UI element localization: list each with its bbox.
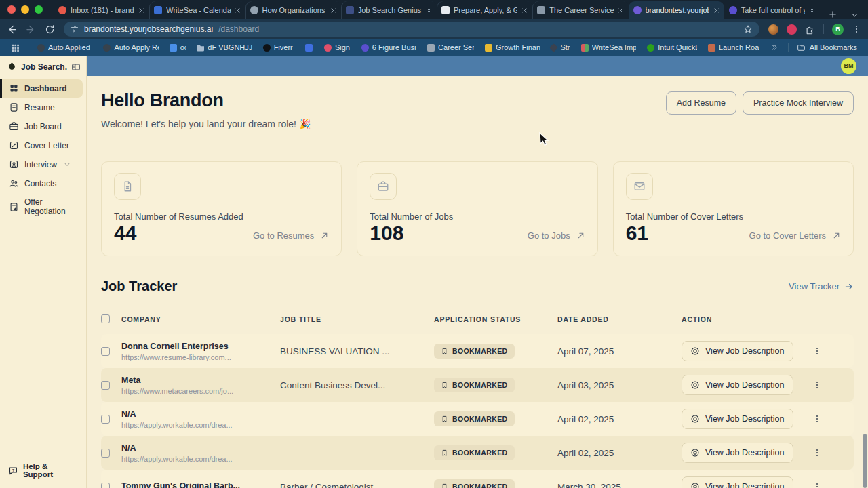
bookmark-item[interactable] xyxy=(300,43,318,53)
sidebar-item[interactable]: Dashboard xyxy=(0,79,83,98)
bookmark-item[interactable]: Sign up xyxy=(319,42,355,53)
tab-close-icon[interactable] xyxy=(618,7,624,14)
bookmark-item[interactable]: Career Services xyxy=(422,42,479,53)
stat-card-link[interactable]: Go to Jobs xyxy=(528,230,585,243)
status-label: BOOKMARKED xyxy=(452,483,508,488)
sidebar-item[interactable]: Interview xyxy=(0,155,83,174)
bookmark-label: Stroll xyxy=(560,43,570,52)
bookmark-item[interactable]: dF VBGNHJJ kInP... xyxy=(192,42,256,53)
status-badge: BOOKMARKED xyxy=(434,378,515,392)
all-bookmarks-button[interactable]: All Bookmarks xyxy=(793,42,861,54)
add-resume-button[interactable]: Add Resume xyxy=(666,92,736,115)
view-job-description-button[interactable]: View Job Description xyxy=(682,476,793,488)
company-url: https://www.resume-library.com... xyxy=(121,353,280,361)
bookmark-item[interactable]: 6 Figure Business... xyxy=(357,42,421,53)
close-window-button[interactable] xyxy=(7,5,16,14)
site-settings-icon[interactable] xyxy=(71,25,79,33)
row-checkbox[interactable] xyxy=(101,347,110,356)
tab-close-icon[interactable] xyxy=(426,7,432,14)
row-checkbox[interactable] xyxy=(101,381,110,390)
url-host: brandontest.yourjobsearchgenius.ai xyxy=(84,24,213,34)
column-header-action: ACTION xyxy=(682,315,854,323)
dashboard-content: Hello Brandon Welcome! Let's help you la… xyxy=(87,76,868,488)
sidebar-item[interactable]: Contacts xyxy=(0,174,83,192)
stat-card-link[interactable]: Go to Resumes xyxy=(253,230,329,243)
select-all-checkbox[interactable] xyxy=(101,314,110,323)
bookmark-favicon xyxy=(103,44,111,52)
bookmark-item[interactable]: WriteSea Impleme... xyxy=(576,42,641,53)
browser-tab[interactable]: WriteSea - Calendar - W xyxy=(149,1,245,19)
view-job-description-button[interactable]: View Job Description xyxy=(682,443,793,463)
new-tab-button[interactable] xyxy=(820,9,846,19)
browser-tab[interactable]: The Career Services Suit xyxy=(532,1,628,19)
tab-close-icon[interactable] xyxy=(330,7,336,14)
view-job-description-button[interactable]: View Job Description xyxy=(682,409,793,429)
bookmark-item[interactable]: Intuit QuickBooks xyxy=(642,42,702,53)
row-checkbox[interactable] xyxy=(101,415,110,424)
company-name: Meta xyxy=(121,375,280,385)
view-job-description-button[interactable]: View Job Description xyxy=(682,341,793,361)
bookmarks-overflow-icon[interactable] xyxy=(765,43,784,52)
user-avatar[interactable]: BM xyxy=(841,58,856,74)
bookmark-star-icon[interactable] xyxy=(743,24,753,34)
tab-close-icon[interactable] xyxy=(809,7,815,14)
toolbar-right: B xyxy=(768,24,861,35)
bookmark-item[interactable]: ocu xyxy=(165,42,191,53)
tab-close-icon[interactable] xyxy=(713,7,719,14)
row-checkbox[interactable] xyxy=(101,483,110,488)
address-bar[interactable]: brandontest.yourjobsearchgenius.ai /dash… xyxy=(64,22,760,37)
help-support-button[interactable]: Help & Support xyxy=(0,454,86,488)
browser-toolbar: brandontest.yourjobsearchgenius.ai /dash… xyxy=(0,19,868,39)
browser-tab[interactable]: brandontest.yourjobsear xyxy=(629,1,724,19)
row-menu-icon[interactable] xyxy=(812,448,822,458)
browser-profile-avatar[interactable]: B xyxy=(832,24,844,35)
apps-grid-icon[interactable] xyxy=(7,43,24,52)
sidebar-collapse-icon[interactable] xyxy=(71,62,81,72)
tab-close-icon[interactable] xyxy=(138,7,144,14)
practice-mock-interview-button[interactable]: Practice Mock Interview xyxy=(743,92,854,115)
bookmark-item[interactable]: Launch Roadmap xyxy=(703,42,764,53)
status-cell: BOOKMARKED xyxy=(434,411,557,426)
bookmark-favicon xyxy=(361,44,369,52)
browser-tab[interactable]: How Organizations Are U xyxy=(245,1,341,19)
bookmark-item[interactable]: Growth Financing |... xyxy=(480,42,545,53)
bookmark-item[interactable]: Fiverr Pro xyxy=(258,42,300,53)
stat-card-link[interactable]: Go to Cover Letters xyxy=(749,230,841,243)
reload-button[interactable] xyxy=(45,24,55,35)
row-checkbox[interactable] xyxy=(101,449,110,458)
bookmark-item[interactable]: Stroll xyxy=(546,42,574,53)
extension-icon[interactable] xyxy=(768,24,778,35)
sidebar-item[interactable]: Resume xyxy=(0,98,83,117)
sidebar-item[interactable]: Offer Negotiation xyxy=(0,193,83,220)
forward-button[interactable] xyxy=(26,24,36,35)
row-menu-icon[interactable] xyxy=(812,346,822,356)
browser-tab[interactable]: Prepare, Apply, & Get Hir xyxy=(437,1,532,19)
bookmark-item[interactable]: Auto Apply Recom... xyxy=(98,42,163,53)
browser-tab[interactable]: Inbox (181) - brandon@w xyxy=(54,1,149,19)
minimize-window-button[interactable] xyxy=(21,5,29,14)
browser-tab[interactable]: Take full control of your j xyxy=(724,1,820,19)
status-label: BOOKMARKED xyxy=(452,415,508,423)
bookmark-favicon xyxy=(324,44,332,52)
sidebar-item[interactable]: Cover Letter xyxy=(0,136,83,155)
row-menu-icon[interactable] xyxy=(812,482,822,488)
bookmark-item[interactable]: Auto Applied Reco... xyxy=(33,42,97,53)
extensions-puzzle-icon[interactable] xyxy=(805,24,815,35)
stat-card-value: 61 xyxy=(626,223,648,243)
row-menu-icon[interactable] xyxy=(812,414,822,424)
tab-close-icon[interactable] xyxy=(521,7,528,14)
back-button[interactable] xyxy=(7,24,17,35)
row-menu-icon[interactable] xyxy=(812,380,822,390)
tab-search-chevron-icon[interactable] xyxy=(846,12,868,19)
browser-tab[interactable]: Job Search Genius xyxy=(341,1,437,19)
fullscreen-window-button[interactable] xyxy=(35,5,43,14)
tab-favicon xyxy=(346,6,354,14)
page-scrollbar[interactable] xyxy=(863,434,867,488)
view-tracker-link[interactable]: View Tracker xyxy=(789,281,854,291)
browser-menu-icon[interactable] xyxy=(852,24,861,34)
sidebar-item[interactable]: Job Board xyxy=(0,117,83,136)
view-job-description-button[interactable]: View Job Description xyxy=(682,375,793,395)
bookmark-label: WriteSea Impleme... xyxy=(592,43,636,52)
extension-icon[interactable] xyxy=(787,24,797,35)
tab-close-icon[interactable] xyxy=(235,7,241,14)
